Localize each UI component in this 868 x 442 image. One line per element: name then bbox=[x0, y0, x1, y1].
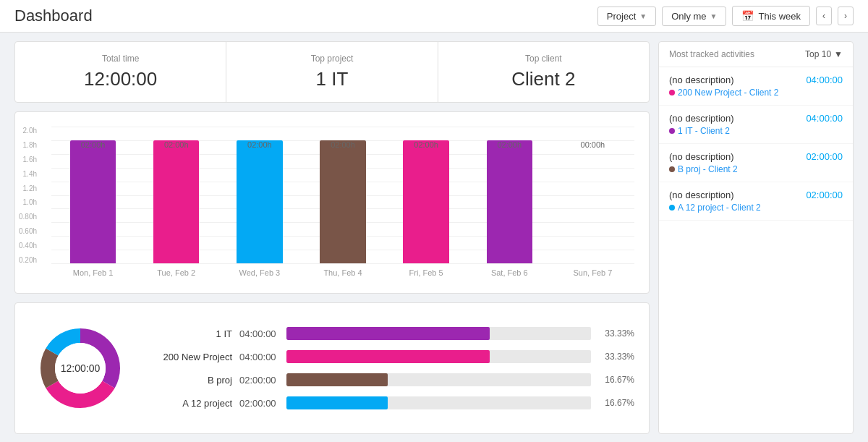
donut-center-label: 12:00:00 bbox=[61, 362, 101, 374]
y-axis-label: 0.80h bbox=[19, 213, 37, 221]
activities-list: (no description) 04:00:00 200 New Projec… bbox=[659, 67, 853, 221]
onlyme-dropdown[interactable]: Only me ▼ bbox=[662, 7, 726, 26]
project-dot-icon bbox=[669, 205, 675, 211]
project-dot-icon bbox=[669, 90, 675, 95]
activity-desc-text: (no description) bbox=[669, 113, 734, 124]
bar bbox=[403, 140, 448, 263]
activity-description: (no description) 04:00:00 bbox=[669, 113, 843, 124]
x-axis-label: Tue, Feb 2 bbox=[135, 268, 218, 277]
progress-track bbox=[286, 373, 591, 386]
y-axis-label: 1.4h bbox=[19, 170, 37, 178]
bar bbox=[487, 140, 532, 263]
top10-label: Top 10 bbox=[805, 49, 831, 59]
next-week-button[interactable]: › bbox=[838, 7, 854, 25]
onlyme-label: Only me bbox=[671, 11, 706, 22]
donut-chart: 12:00:00 bbox=[30, 318, 131, 419]
project-time: 02:00:00 bbox=[239, 375, 279, 386]
bar bbox=[320, 140, 365, 263]
y-axis-label: 1.0h bbox=[19, 198, 37, 206]
activity-item: (no description) 04:00:00 200 New Projec… bbox=[659, 67, 853, 106]
y-axis-label: 2.0h bbox=[19, 127, 37, 135]
activity-description: (no description) 02:00:00 bbox=[669, 190, 843, 200]
y-axis: 2.0h1.8h1.6h1.4h1.2h1.0h0.80h0.60h0.40h0… bbox=[19, 127, 37, 264]
activity-project: A 12 project - Client 2 bbox=[669, 203, 843, 213]
y-axis-label: 0.20h bbox=[19, 256, 37, 264]
project-dot-icon bbox=[669, 128, 675, 134]
project-link[interactable]: A 12 project - Client 2 bbox=[678, 203, 761, 213]
project-name: 200 New Project bbox=[153, 352, 232, 362]
project-time: 02:00:00 bbox=[239, 398, 279, 409]
project-time: 04:00:00 bbox=[239, 352, 279, 362]
project-link[interactable]: 1 IT - Client 2 bbox=[678, 126, 730, 136]
project-link[interactable]: 200 New Project - Client 2 bbox=[678, 88, 778, 98]
y-axis-label: 1.2h bbox=[19, 184, 37, 192]
project-row: B proj 02:00:00 16.67% bbox=[153, 373, 634, 386]
top10-button[interactable]: Top 10 ▼ bbox=[805, 49, 843, 59]
activities-title: Most tracked activities bbox=[669, 49, 754, 59]
prev-week-button[interactable]: ‹ bbox=[816, 7, 832, 25]
onlyme-arrow-icon: ▼ bbox=[710, 12, 718, 20]
top-client-value: Client 2 bbox=[453, 68, 634, 90]
grid-line bbox=[51, 263, 634, 264]
activity-description: (no description) 02:00:00 bbox=[669, 151, 843, 162]
bar bbox=[237, 140, 282, 263]
bar-group: 02:00h bbox=[385, 140, 468, 263]
project-row: 200 New Project 04:00:00 33.33% bbox=[153, 350, 634, 363]
project-list: 1 IT 04:00:00 33.33% 200 New Project 04:… bbox=[153, 327, 634, 409]
activity-project: B proj - Client 2 bbox=[669, 164, 843, 174]
activity-item: (no description) 02:00:00 B proj - Clien… bbox=[659, 144, 853, 182]
bar bbox=[153, 140, 199, 263]
calendar-icon: 📅 bbox=[741, 10, 754, 22]
progress-fill bbox=[286, 396, 388, 409]
project-arrow-icon: ▼ bbox=[639, 12, 647, 20]
x-axis-label: Sun, Feb 7 bbox=[551, 268, 634, 277]
bar-top-label: 00:00h bbox=[551, 140, 634, 149]
bar-group: 02:00h bbox=[301, 140, 384, 263]
x-axis-label: Mon, Feb 1 bbox=[51, 268, 135, 277]
activity-desc-text: (no description) bbox=[669, 151, 734, 162]
right-panel: Most tracked activities Top 10 ▼ (no des… bbox=[658, 41, 854, 434]
bar-group: 02:00h bbox=[51, 140, 135, 263]
y-axis-label: 1.8h bbox=[19, 141, 37, 149]
activity-project: 200 New Project - Client 2 bbox=[669, 88, 843, 98]
bar-chart-panel: 2.0h1.8h1.6h1.4h1.2h1.0h0.80h0.60h0.40h0… bbox=[14, 111, 650, 294]
project-pct: 16.67% bbox=[598, 398, 634, 408]
bar-chart: 2.0h1.8h1.6h1.4h1.2h1.0h0.80h0.60h0.40h0… bbox=[51, 127, 634, 286]
top-client-card: Top client Client 2 bbox=[438, 42, 649, 102]
x-axis-label: Wed, Feb 3 bbox=[218, 268, 301, 277]
week-button[interactable]: 📅 This week bbox=[732, 6, 810, 26]
x-axis-label: Thu, Feb 4 bbox=[301, 268, 384, 277]
bar-group: 00:00h bbox=[551, 140, 634, 263]
project-row: 1 IT 04:00:00 33.33% bbox=[153, 327, 634, 340]
activity-time: 04:00:00 bbox=[806, 75, 843, 85]
progress-fill bbox=[286, 327, 490, 340]
progress-fill bbox=[286, 373, 388, 386]
page-title: Dashboard bbox=[14, 7, 93, 25]
bar-top-label: 02:00h bbox=[301, 140, 384, 149]
activity-time: 02:00:00 bbox=[806, 190, 843, 200]
top10-arrow-icon: ▼ bbox=[834, 49, 843, 59]
bottom-panel: 12:00:00 1 IT 04:00:00 33.33% 200 New Pr… bbox=[14, 302, 650, 434]
activity-project: 1 IT - Client 2 bbox=[669, 126, 843, 136]
bar-top-label: 02:00h bbox=[135, 140, 218, 149]
progress-track bbox=[286, 327, 591, 340]
project-link[interactable]: B proj - Client 2 bbox=[678, 164, 738, 174]
x-axis: Mon, Feb 1Tue, Feb 2Wed, Feb 3Thu, Feb 4… bbox=[51, 268, 634, 277]
activity-item: (no description) 04:00:00 1 IT - Client … bbox=[659, 106, 853, 144]
top-project-label: Top project bbox=[241, 54, 422, 64]
progress-track bbox=[286, 350, 591, 363]
activity-description: (no description) 04:00:00 bbox=[669, 75, 843, 85]
x-axis-label: Fri, Feb 5 bbox=[385, 268, 468, 277]
progress-fill bbox=[286, 350, 490, 363]
main-content: Total time 12:00:00 Top project 1 IT Top… bbox=[0, 33, 868, 442]
activity-desc-text: (no description) bbox=[669, 75, 734, 85]
x-axis-label: Sat, Feb 6 bbox=[468, 268, 551, 277]
project-time: 04:00:00 bbox=[239, 328, 279, 339]
project-name: 1 IT bbox=[153, 328, 232, 339]
project-dropdown[interactable]: Project ▼ bbox=[597, 7, 656, 26]
bar bbox=[70, 140, 116, 263]
bar-top-label: 02:00h bbox=[218, 140, 301, 149]
header-controls: Project ▼ Only me ▼ 📅 This week ‹ › bbox=[597, 6, 854, 26]
activity-time: 02:00:00 bbox=[806, 151, 843, 162]
y-axis-label: 1.6h bbox=[19, 156, 37, 163]
